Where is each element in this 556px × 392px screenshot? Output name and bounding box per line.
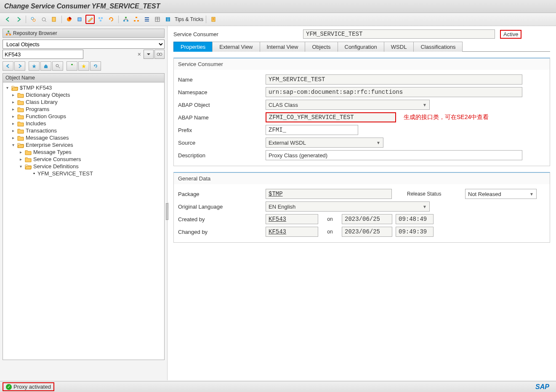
nav-back-button[interactable] xyxy=(3,61,13,71)
table-button[interactable] xyxy=(153,15,162,24)
activate-button[interactable] xyxy=(64,15,74,24)
changed-by-link[interactable]: KF543 xyxy=(269,228,286,235)
namespace-field: urn:sap-com:document:sap:rfc:functions xyxy=(266,87,522,97)
tree-toggle-icon[interactable]: ▾ xyxy=(18,164,23,169)
find-button[interactable] xyxy=(52,61,63,71)
release-status-dropdown[interactable]: Not Released▼ xyxy=(465,189,537,199)
dropdown-button[interactable] xyxy=(144,50,154,59)
tab-objects[interactable]: Objects xyxy=(305,42,338,52)
original-language-label: Original Language xyxy=(178,204,262,210)
glasses-icon[interactable] xyxy=(154,50,165,59)
folder-icon xyxy=(11,85,18,91)
abap-object-label: ABAP Object xyxy=(178,102,262,108)
tree-toggle-icon[interactable]: ▸ xyxy=(11,121,16,126)
tree-item[interactable]: ▸Message Classes xyxy=(3,134,164,141)
folder-icon xyxy=(17,114,24,119)
tree-item[interactable]: ▸Message Types xyxy=(3,148,164,156)
source-label: Source xyxy=(178,140,262,146)
favorite-button[interactable] xyxy=(78,61,89,71)
tree-item[interactable]: ▸Service Consumers xyxy=(3,156,164,163)
tree-item-label: Class Library xyxy=(26,99,58,105)
scope-dropdown[interactable]: Local Objects xyxy=(3,40,165,49)
tree-item[interactable]: ▾$TMP KF543 xyxy=(3,84,164,91)
tree-item-label: Includes xyxy=(26,120,46,127)
home-button[interactable] xyxy=(40,61,51,71)
tree-toggle-icon[interactable]: ▾ xyxy=(11,143,16,147)
tree-item[interactable]: ▾Enterprise Services xyxy=(3,141,164,148)
refresh-button[interactable] xyxy=(90,61,101,71)
svg-rect-13 xyxy=(134,20,136,21)
tab-wsdl[interactable]: WSDL xyxy=(384,42,414,52)
tree-toggle-icon[interactable]: ▸ xyxy=(11,114,16,119)
tree-item[interactable]: ▸Dictionary Objects xyxy=(3,91,164,98)
svg-rect-12 xyxy=(136,17,137,18)
other-object-button[interactable] xyxy=(39,15,48,24)
tree-item[interactable]: ▸Transactions xyxy=(3,127,164,134)
tree-add-button[interactable]: + xyxy=(67,61,77,71)
clear-icon[interactable]: × xyxy=(138,51,141,58)
list-button[interactable] xyxy=(142,15,152,24)
tree-item-label: Function Groups xyxy=(26,113,66,119)
tab-classifications[interactable]: Classifications xyxy=(413,42,463,52)
splitter-handle[interactable]: ⋮⋮⋮ xyxy=(166,203,168,220)
tree-toggle-icon[interactable]: ▸ xyxy=(11,107,16,111)
svg-rect-19 xyxy=(8,31,9,32)
svg-text:i: i xyxy=(168,17,168,22)
back-button[interactable] xyxy=(3,15,13,24)
tree-toggle-icon[interactable]: ▸ xyxy=(18,157,23,162)
tree-toggle-icon[interactable]: ▸ xyxy=(11,128,16,133)
folder-icon xyxy=(17,106,24,112)
tree-item[interactable]: ▸Includes xyxy=(3,120,164,127)
tab-internal-view[interactable]: Internal View xyxy=(260,42,306,52)
svg-rect-3 xyxy=(52,17,56,21)
edit-button[interactable] xyxy=(85,15,95,24)
tree-toggle-icon[interactable]: ▸ xyxy=(18,150,23,154)
tree-item-label: Service Definitions xyxy=(33,163,79,170)
package-link[interactable]: $TMP xyxy=(269,191,283,197)
svg-rect-8 xyxy=(100,20,101,21)
abap-object-dropdown[interactable]: CLAS Class▼ xyxy=(266,100,430,110)
tree-toggle-icon[interactable]: ▸ xyxy=(11,93,16,97)
prefix-field[interactable]: ZFMI_ xyxy=(266,125,358,135)
tab-properties[interactable]: Properties xyxy=(173,42,213,52)
check-button[interactable] xyxy=(50,15,59,24)
regenerate-button[interactable] xyxy=(106,15,116,24)
hierarchy-button[interactable] xyxy=(121,15,130,24)
tree-toggle-icon[interactable]: ▸ xyxy=(11,135,16,140)
tree-item-label: YFM_SERVICE_TEST xyxy=(37,170,93,177)
tree-item[interactable]: ▾Service Definitions xyxy=(3,163,164,170)
tree-item[interactable]: ▸Function Groups xyxy=(3,113,164,120)
on-label: on xyxy=(322,216,338,222)
tab-external-view[interactable]: External View xyxy=(212,42,260,52)
created-time-field: 09:48:49 xyxy=(396,214,434,224)
tree-toggle-icon[interactable]: ▾ xyxy=(5,85,10,90)
forward-button[interactable] xyxy=(14,15,23,24)
tips-tricks-label[interactable]: Tips & Tricks xyxy=(175,16,203,22)
info-icon[interactable]: i xyxy=(163,15,173,24)
tree-button[interactable] xyxy=(132,15,141,24)
where-used-button[interactable] xyxy=(96,15,105,24)
object-tree[interactable]: ▾$TMP KF543▸Dictionary Objects▸Class Lib… xyxy=(3,82,165,360)
created-by-link[interactable]: KF543 xyxy=(269,216,286,222)
tab-configuration[interactable]: Configuration xyxy=(338,42,384,52)
add-favorite-button[interactable] xyxy=(29,61,40,71)
tree-item[interactable]: ▸Programs xyxy=(3,106,164,113)
user-input[interactable] xyxy=(3,50,83,59)
changed-date-field: 2023/06/25 xyxy=(342,227,392,237)
doc-button[interactable] xyxy=(209,15,218,24)
tree-item[interactable]: •YFM_SERVICE_TEST xyxy=(3,170,164,177)
test-button[interactable] xyxy=(75,15,84,24)
tree-item[interactable]: ▸Class Library xyxy=(3,98,164,106)
status-message: ✓ Proxy activated xyxy=(3,382,54,391)
nav-forward-button[interactable] xyxy=(14,61,25,71)
abap-name-label: ABAP Name xyxy=(178,114,262,121)
general-data-group: General Data Package $TMP Release Status… xyxy=(173,172,550,243)
original-language-dropdown[interactable]: EN English▼ xyxy=(266,201,430,212)
repository-browser-title: Repository Browser xyxy=(13,30,57,36)
tree-item-label: Service Consumers xyxy=(33,156,81,162)
description-field[interactable]: Proxy Class (generated) xyxy=(266,150,522,160)
source-dropdown[interactable]: External WSDL▼ xyxy=(266,138,383,148)
tree-item-label: Dictionary Objects xyxy=(26,92,70,98)
tree-toggle-icon[interactable]: ▸ xyxy=(11,100,16,104)
display-toggle-button[interactable] xyxy=(29,15,38,24)
